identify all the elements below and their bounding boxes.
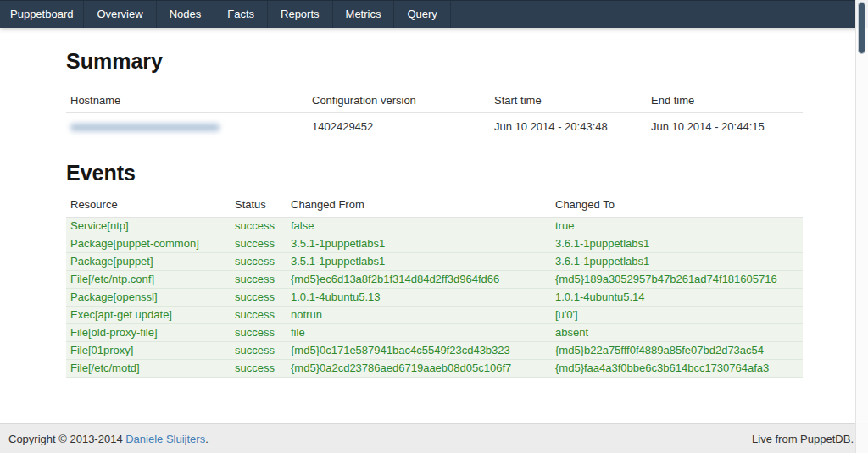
nav-item-overview[interactable]: Overview	[84, 1, 156, 28]
nav-item-nodes[interactable]: Nodes	[157, 1, 215, 28]
changed-from-cell: 3.5.1-1puppetlabs1	[287, 253, 551, 271]
status-cell: success	[231, 253, 287, 271]
status-cell: success	[231, 235, 287, 253]
event-row: Package[openssl]success1.0.1-4ubuntu5.13…	[66, 289, 803, 307]
event-row: File[/etc/ntp.conf]success{md5}ec6d13a8f…	[66, 271, 803, 289]
nav-item-metrics[interactable]: Metrics	[333, 1, 395, 28]
event-row: Package[puppet]success3.5.1-1puppetlabs1…	[66, 253, 803, 271]
status-cell: success	[231, 324, 287, 342]
status-cell: success	[231, 289, 287, 307]
events-column-header: Changed From	[287, 194, 551, 218]
event-row: Service[ntp]successfalsetrue	[66, 218, 803, 235]
resource-cell: Package[puppet]	[66, 253, 231, 271]
changed-from-cell: notrun	[287, 307, 551, 324]
hostname-cell	[66, 113, 308, 141]
changed-to-cell: 3.6.1-1puppetlabs1	[551, 235, 803, 253]
copyright-text: Copyright © 2013-2014	[8, 433, 125, 445]
resource-cell: File[/etc/motd]	[66, 360, 231, 378]
changed-from-cell: false	[287, 218, 551, 235]
event-row: File[/etc/motd]success{md5}0a2cd23786aed…	[66, 360, 803, 378]
event-row: File[01proxy]success{md5}0c171e587941bac…	[66, 342, 803, 360]
changed-to-cell: 3.6.1-1puppetlabs1	[551, 253, 803, 271]
scrollbar-thumb[interactable]	[858, 2, 865, 54]
event-row: Exec[apt-get update]successnotrun[u'0']	[66, 307, 803, 324]
changed-to-cell: {md5}b22a75fff0f4889a85fe07bd2d73ac54	[551, 342, 803, 360]
event-row: Package[puppet-common]success3.5.1-1pupp…	[66, 235, 803, 253]
changed-to-cell: 1.0.1-4ubuntu5.14	[551, 289, 803, 307]
summary-column-header: Configuration version	[308, 89, 490, 113]
summary-heading: Summary	[66, 28, 803, 74]
events-table-body: Service[ntp]successfalsetruePackage[pupp…	[66, 218, 803, 378]
changed-to-cell: [u'0']	[551, 307, 803, 324]
events-heading: Events	[66, 160, 803, 185]
resource-cell: Package[openssl]	[66, 289, 231, 307]
changed-to-cell: {md5}189a3052957b47b261ad74f181605716	[551, 271, 803, 289]
end-time-cell: Jun 10 2014 - 20:44:15	[647, 113, 803, 141]
footer-copyright: Copyright © 2013-2014 Daniele Sluijters.	[8, 433, 209, 445]
changed-from-cell: 3.5.1-1puppetlabs1	[287, 235, 551, 253]
changed-to-cell: absent	[551, 324, 803, 342]
events-column-header: Resource	[66, 194, 231, 218]
resource-cell: Service[ntp]	[66, 218, 231, 235]
resource-cell: File[old-proxy-file]	[66, 324, 231, 342]
nav-item-facts[interactable]: Facts	[214, 1, 268, 28]
changed-from-cell: {md5}0c171e587941bac4c5549f23cd43b323	[287, 342, 551, 360]
hostname-link-redacted[interactable]	[70, 124, 220, 131]
changed-from-cell: file	[287, 324, 551, 342]
footer: Copyright © 2013-2014 Daniele Sluijters.…	[0, 423, 868, 453]
main-content: Summary HostnameConfiguration versionSta…	[66, 28, 803, 378]
nav-item-reports[interactable]: Reports	[268, 1, 333, 28]
resource-cell: Exec[apt-get update]	[66, 307, 231, 324]
status-cell: success	[231, 307, 287, 324]
events-header-row: ResourceStatusChanged FromChanged To	[66, 194, 803, 218]
summary-header-row: HostnameConfiguration versionStart timeE…	[66, 89, 803, 113]
configuration-version-cell: 1402429452	[308, 113, 490, 141]
scrollbar-track[interactable]	[855, 0, 868, 453]
status-cell: success	[231, 342, 287, 360]
footer-status-text: Live from PuppetDB.	[752, 433, 854, 445]
status-cell: success	[231, 271, 287, 289]
nav-brand-puppetboard[interactable]: Puppetboard	[0, 1, 84, 28]
event-row: File[old-proxy-file]successfileabsent	[66, 324, 803, 342]
changed-from-cell: {md5}0a2cd23786aed6719aaeb08d05c106f7	[287, 360, 551, 378]
changed-to-cell: true	[551, 218, 803, 235]
status-cell: success	[231, 360, 287, 378]
summary-column-header: End time	[647, 89, 803, 113]
events-column-header: Status	[231, 194, 287, 218]
resource-cell: Package[puppet-common]	[66, 235, 231, 253]
navbar: Puppetboard OverviewNodesFactsReportsMet…	[0, 0, 868, 28]
nav-item-query[interactable]: Query	[394, 1, 450, 28]
events-table: ResourceStatusChanged FromChanged To Ser…	[66, 194, 803, 378]
status-cell: success	[231, 218, 287, 235]
summary-column-header: Start time	[490, 89, 647, 113]
copyright-period: .	[205, 433, 209, 445]
summary-data-row: 1402429452 Jun 10 2014 - 20:43:48 Jun 10…	[66, 113, 803, 141]
changed-from-cell: {md5}ec6d13a8f2b1f314d84d2ff3d964fd66	[287, 271, 551, 289]
start-time-cell: Jun 10 2014 - 20:43:48	[490, 113, 647, 141]
author-link[interactable]: Daniele Sluijters	[125, 433, 205, 445]
changed-from-cell: 1.0.1-4ubuntu5.13	[287, 289, 551, 307]
changed-to-cell: {md5}faa4a3f0bbe6c3b614bcc1730764afa3	[551, 360, 803, 378]
events-column-header: Changed To	[551, 194, 803, 218]
resource-cell: File[01proxy]	[66, 342, 231, 360]
summary-column-header: Hostname	[66, 89, 308, 113]
summary-table: HostnameConfiguration versionStart timeE…	[66, 89, 803, 141]
resource-cell: File[/etc/ntp.conf]	[66, 271, 231, 289]
